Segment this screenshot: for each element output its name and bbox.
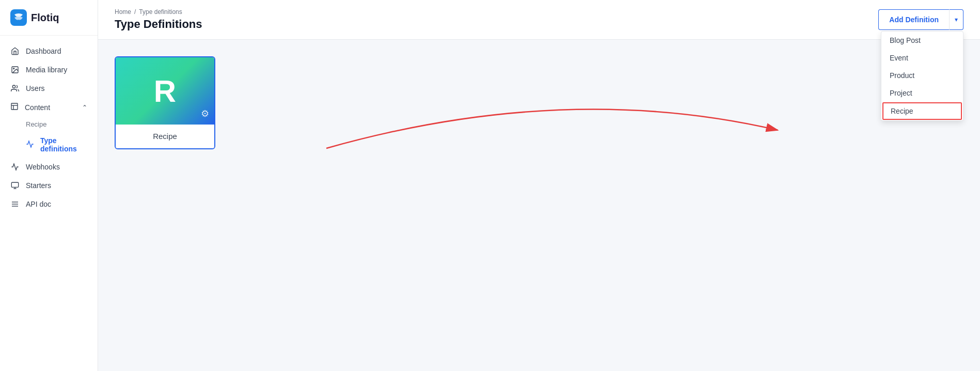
- curved-arrow-overlay: [98, 40, 980, 371]
- dropdown-item-event[interactable]: Event: [881, 49, 963, 67]
- sidebar-navigation: Dashboard Media library Users Content ⌃: [0, 36, 98, 371]
- page-header: Home / Type definitions Type Definitions…: [98, 0, 980, 40]
- type-card-letter: R: [154, 73, 176, 109]
- sidebar-sub-item-label: Recipe: [26, 120, 46, 128]
- header-left: Home / Type definitions Type Definitions: [115, 8, 202, 31]
- sidebar-item-label: Users: [26, 84, 45, 92]
- header-actions: Add Definition ▾ Blog Post Event Product…: [878, 9, 963, 30]
- add-definition-dropdown-menu: Blog Post Event Product Project Recipe: [881, 31, 963, 121]
- breadcrumb-separator: /: [134, 8, 136, 16]
- breadcrumb: Home / Type definitions: [115, 8, 202, 16]
- sidebar-item-content[interactable]: Content ⌃: [0, 98, 98, 117]
- logo-text: Flotiq: [31, 12, 59, 24]
- dropdown-item-blog-post[interactable]: Blog Post: [881, 32, 963, 49]
- svg-point-2: [13, 68, 14, 69]
- sidebar-item-dashboard[interactable]: Dashboard: [0, 42, 98, 60]
- dropdown-arrow-icon: ▾: [955, 16, 958, 23]
- webhooks-icon: [10, 162, 20, 172]
- sidebar-item-label: Starters: [26, 181, 51, 190]
- type-def-label: Type definitions: [40, 136, 87, 153]
- sidebar-sub-item-recipe[interactable]: Recipe: [0, 117, 98, 132]
- add-definition-dropdown-button[interactable]: ▾: [949, 9, 963, 30]
- dropdown-item-recipe[interactable]: Recipe: [882, 102, 962, 120]
- sidebar-content-label: Content: [25, 103, 50, 112]
- svg-rect-4: [11, 103, 18, 110]
- breadcrumb-current: Type definitions: [139, 8, 182, 16]
- content-area: R ⚙ Recipe: [98, 40, 980, 371]
- sidebar-item-api-doc[interactable]: API doc: [0, 195, 98, 213]
- dropdown-item-project[interactable]: Project: [881, 84, 963, 102]
- svg-rect-7: [11, 182, 18, 187]
- type-card-recipe[interactable]: R ⚙ Recipe: [115, 56, 215, 149]
- logo-container: Flotiq: [0, 0, 98, 36]
- sidebar-item-webhooks[interactable]: Webhooks: [0, 158, 98, 176]
- chevron-up-icon: ⌃: [82, 104, 87, 111]
- sidebar-item-media-library[interactable]: Media library: [0, 60, 98, 79]
- users-icon: [10, 84, 20, 93]
- sidebar: Flotiq Dashboard Media library Users: [0, 0, 98, 371]
- home-icon: [10, 47, 20, 56]
- flotiq-logo-icon: [10, 9, 27, 26]
- content-icon: [10, 102, 19, 112]
- type-card-bottom: Recipe: [116, 125, 214, 148]
- sidebar-item-label: API doc: [26, 200, 51, 208]
- api-icon: [10, 199, 20, 209]
- gear-icon[interactable]: ⚙: [201, 108, 209, 119]
- sidebar-item-label: Dashboard: [26, 47, 61, 55]
- svg-point-3: [12, 85, 15, 88]
- dropdown-item-product[interactable]: Product: [881, 67, 963, 84]
- starters-icon: [10, 181, 20, 190]
- type-card-name: Recipe: [153, 132, 177, 141]
- main-content: Home / Type definitions Type Definitions…: [98, 0, 980, 371]
- sidebar-item-type-definitions[interactable]: Type definitions: [0, 132, 98, 158]
- sidebar-item-starters[interactable]: Starters: [0, 176, 98, 195]
- sidebar-item-label: Webhooks: [26, 163, 60, 171]
- sidebar-item-users[interactable]: Users: [0, 79, 98, 98]
- add-definition-button[interactable]: Add Definition: [878, 9, 949, 30]
- type-def-icon: [26, 140, 34, 150]
- type-card-top: R ⚙: [116, 57, 214, 125]
- sidebar-item-content-group: Content ⌃ Recipe Type definitions: [0, 98, 98, 158]
- sidebar-item-label: Media library: [26, 66, 67, 74]
- page-title: Type Definitions: [115, 18, 202, 31]
- breadcrumb-home-link[interactable]: Home: [115, 8, 131, 16]
- image-icon: [10, 65, 20, 74]
